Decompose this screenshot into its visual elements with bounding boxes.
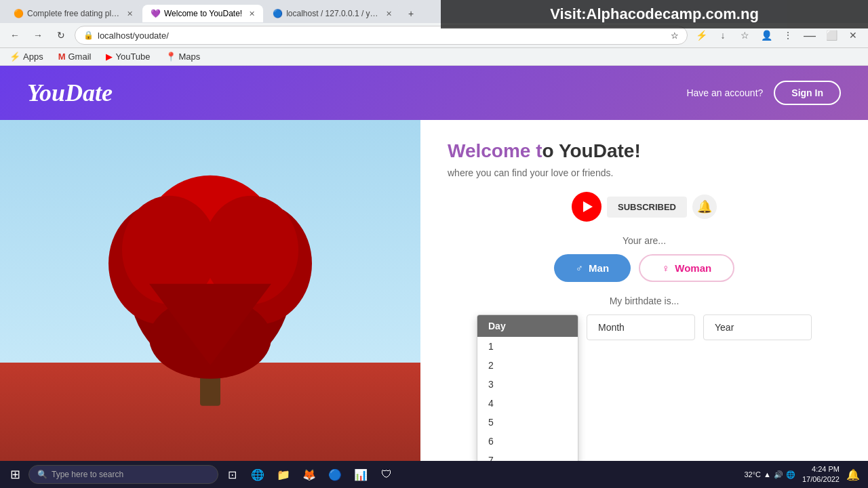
minimize-button[interactable]: —: [800, 26, 819, 45]
day-dropdown-item[interactable]: 4: [477, 394, 578, 413]
day-dropdown-header: Day: [477, 315, 578, 337]
man-button[interactable]: ♂ Man: [554, 254, 631, 282]
star-icon[interactable]: ☆: [671, 30, 679, 41]
watermark-banner: Visit:Alphacodecamp.com.ng: [441, 0, 868, 28]
day-dropdown-item[interactable]: 1: [477, 337, 578, 356]
woman-icon: ♀: [662, 262, 669, 274]
gmail-label: Gmail: [68, 52, 91, 62]
youtube-icon[interactable]: [572, 192, 601, 222]
download-button[interactable]: ↓: [713, 26, 732, 45]
subscribed-button[interactable]: SUBSCRIBED: [607, 197, 687, 218]
bookmark-gmail[interactable]: M Gmail: [54, 50, 96, 63]
woman-label: Woman: [675, 262, 711, 274]
secure-icon: 🔒: [83, 30, 94, 40]
tab-close-2[interactable]: ✕: [386, 9, 392, 18]
tab-0[interactable]: 🟠 Complete free dating platform 5 ✕: [5, 5, 141, 22]
your-are-label: Your are...: [448, 235, 841, 246]
menu-button[interactable]: ⋮: [778, 26, 797, 45]
taskbar-search[interactable]: 🔍 Type here to search: [28, 465, 218, 484]
year-select[interactable]: Year 20222021202020192018201720162015201…: [703, 314, 812, 340]
youtube-label: YouTube: [115, 52, 150, 62]
taskbar: ⊞ 🔍 Type here to search ⊡ 🌐 📁 🦊 🔵 📊 🛡 32…: [0, 461, 868, 488]
tab-label-1: Welcome to YouDate!: [164, 9, 242, 18]
tab-close-0[interactable]: ✕: [127, 9, 133, 18]
registration-panel: Welcome to YouDate! where you can find y…: [420, 120, 868, 488]
app1-button[interactable]: 📊: [349, 462, 373, 487]
day-dropdown-item[interactable]: 3: [477, 375, 578, 394]
sign-in-button[interactable]: Sign In: [774, 81, 841, 105]
main-area: Welcome to YouDate! where you can find y…: [0, 120, 868, 488]
birthdate-label: My birthdate is...: [448, 296, 841, 306]
day-dropdown-item[interactable]: 6: [477, 432, 578, 451]
back-button[interactable]: ←: [5, 26, 24, 45]
taskbar-clock: 4:24 PM 17/06/2022: [802, 464, 840, 485]
welcome-title: Welcome to YouDate!: [448, 140, 841, 162]
task-view-button[interactable]: ⊡: [220, 462, 244, 487]
chrome-button[interactable]: 🔵: [323, 462, 347, 487]
address-text: localhost/youdate/: [98, 30, 667, 41]
edge-button[interactable]: 🌐: [245, 462, 270, 487]
clock-date: 17/06/2022: [802, 474, 840, 485]
day-dropdown-item[interactable]: 5: [477, 413, 578, 432]
new-tab-button[interactable]: +: [401, 4, 420, 23]
welcome-prefix: Welcome t: [448, 140, 542, 161]
have-account-text: Have an account?: [686, 87, 763, 98]
maximize-button[interactable]: ⬜: [822, 26, 841, 45]
maps-label: Maps: [179, 52, 201, 62]
profile-button[interactable]: 👤: [757, 26, 776, 45]
extensions-button[interactable]: ⚡: [692, 26, 711, 45]
gmail-favicon: M: [58, 52, 66, 62]
tab-label-2: localhost / 127.0.0.1 / youdate...: [286, 9, 379, 18]
apps-favicon: ⚡: [9, 52, 20, 62]
bookmark-star-button[interactable]: ☆: [735, 26, 754, 45]
notification-button[interactable]: 🔔: [841, 462, 865, 487]
maps-favicon: 📍: [165, 52, 176, 62]
heart-tree-svg: [68, 148, 353, 433]
day-dropdown-item[interactable]: 2: [477, 356, 578, 375]
site-logo: YouDate: [27, 79, 113, 107]
refresh-button[interactable]: ↻: [52, 26, 71, 45]
page-content: YouDate Have an account? Sign In: [0, 66, 868, 488]
welcome-subtitle: where you can find your love or friends.: [448, 167, 841, 178]
notification-bell-button[interactable]: 🔔: [692, 195, 717, 219]
man-icon: ♂: [576, 262, 583, 274]
address-bar[interactable]: 🔒 localhost/youdate/ ☆: [75, 26, 688, 45]
month-select[interactable]: Month JanuaryFebruaryMarchAprilMayJuneJu…: [587, 314, 695, 340]
temp-display: 32°C: [744, 470, 761, 479]
yt-subscribe-widget: SUBSCRIBED 🔔: [448, 192, 841, 222]
network-icon: 🌐: [786, 470, 795, 479]
search-placeholder: Type here to search: [52, 470, 123, 479]
woman-button[interactable]: ♀ Woman: [639, 254, 734, 282]
hero-image: [0, 120, 420, 488]
up-arrow-icon: ▲: [764, 470, 771, 479]
apps-label: Apps: [23, 52, 43, 62]
speaker-icon: 🔊: [774, 470, 783, 479]
start-button[interactable]: ⊞: [3, 462, 27, 487]
header-right: Have an account? Sign In: [686, 81, 841, 105]
bookmark-maps[interactable]: 📍 Maps: [161, 50, 205, 63]
taskbar-system: 32°C ▲ 🔊 🌐: [744, 470, 800, 479]
bookmark-youtube[interactable]: ▶ YouTube: [102, 50, 154, 63]
forward-button[interactable]: →: [28, 26, 47, 45]
watermark-text: Visit:Alphacodecamp.com.ng: [550, 5, 759, 22]
bookmark-apps[interactable]: ⚡ Apps: [5, 50, 47, 63]
tab-favicon-2: 🔵: [273, 9, 282, 18]
gender-buttons: ♂ Man ♀ Woman: [448, 254, 841, 282]
firefox-button[interactable]: 🦊: [297, 462, 321, 487]
app2-button[interactable]: 🛡: [374, 462, 399, 487]
youtube-favicon: ▶: [106, 52, 113, 62]
tab-favicon-1: 💜: [151, 9, 160, 18]
site-header: YouDate Have an account? Sign In: [0, 66, 868, 120]
explorer-button[interactable]: 📁: [271, 462, 296, 487]
nav-icons: ⚡ ↓ ☆ 👤 ⋮ — ⬜ ✕: [692, 26, 863, 45]
heart-tree: [68, 148, 353, 436]
clock-time: 4:24 PM: [802, 464, 840, 474]
tab-2[interactable]: 🔵 localhost / 127.0.0.1 / youdate... ✕: [264, 5, 400, 22]
tab-favicon-0: 🟠: [14, 9, 23, 18]
tab-1[interactable]: 💜 Welcome to YouDate! ✕: [142, 5, 263, 22]
tab-label-0: Complete free dating platform 5: [27, 9, 120, 18]
man-label: Man: [589, 262, 609, 274]
close-window-button[interactable]: ✕: [844, 26, 863, 45]
tab-close-1[interactable]: ✕: [249, 9, 255, 18]
search-icon: 🔍: [37, 470, 47, 479]
